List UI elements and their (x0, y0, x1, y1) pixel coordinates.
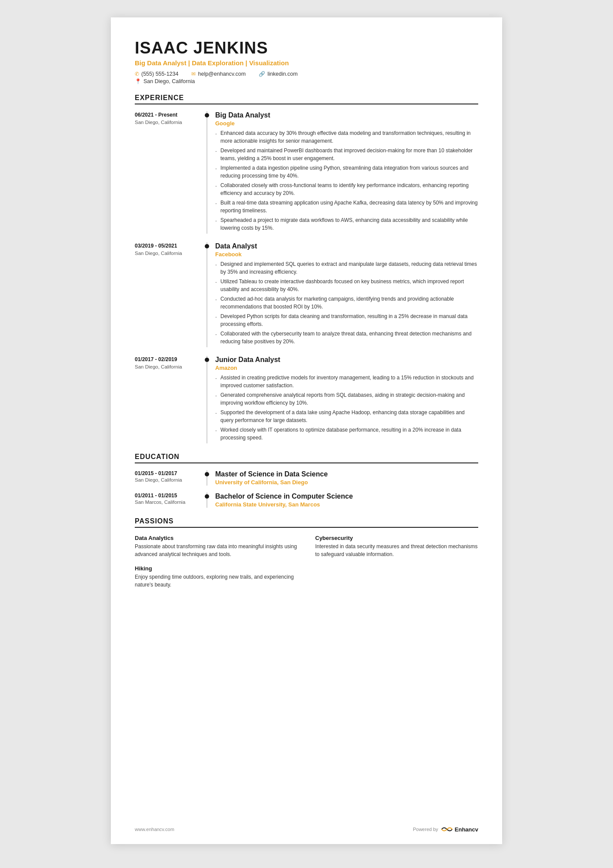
edu-location-masters: San Diego, California (135, 477, 198, 483)
passion-title-cybersecurity: Cybersecurity (315, 535, 478, 541)
edu-school-masters: University of California, San Diego (215, 479, 478, 486)
footer-url: www.enhancv.com (135, 827, 174, 832)
exp-left-google: 06/2021 - Present San Diego, California (135, 111, 207, 234)
experience-item-amazon: 01/2017 - 02/2019 San Diego, California … (135, 356, 478, 443)
exp-location-google: San Diego, California (135, 120, 198, 125)
exp-location-amazon: San Diego, California (135, 364, 198, 369)
exp-role-google: Big Data Analyst (215, 111, 478, 119)
location-value: San Diego, California (143, 78, 195, 84)
bullet-item: Collaborated with the cybersecurity team… (215, 330, 478, 345)
exp-role-facebook: Data Analyst (215, 242, 478, 250)
exp-right-google: Big Data Analyst Google Enhanced data ac… (207, 111, 478, 234)
exp-right-facebook: Data Analyst Facebook Designed and imple… (207, 242, 478, 347)
bullet-item: Developed Python scripts for data cleani… (215, 312, 478, 328)
exp-left-amazon: 01/2017 - 02/2019 San Diego, California (135, 356, 207, 443)
bullet-item: Built a real-time data streaming applica… (215, 199, 478, 214)
bullet-item: Implemented a data ingestion pipeline us… (215, 164, 478, 180)
linkedin-icon: 🔗 (259, 71, 265, 77)
bullet-item: Collaborated closely with cross-function… (215, 181, 478, 197)
education-section-title: EDUCATION (135, 453, 478, 463)
experience-item-facebook: 03/2019 - 05/2021 San Diego, California … (135, 242, 478, 347)
bullet-item: Generated comprehensive analytical repor… (215, 391, 478, 407)
exp-bullets-amazon: Assisted in creating predictive models f… (215, 374, 478, 442)
experience-section: EXPERIENCE 06/2021 - Present San Diego, … (135, 94, 478, 443)
passion-desc-hiking: Enjoy spending time outdoors, exploring … (135, 573, 298, 589)
exp-dot-google (205, 113, 209, 117)
enhancv-logo-svg (441, 825, 453, 833)
edu-degree-masters: Master of Science in Data Science (215, 470, 478, 478)
bullet-item: Assisted in creating predictive models f… (215, 374, 478, 389)
contact-row: ✆ (555) 555-1234 ✉ help@enhancv.com 🔗 li… (135, 71, 478, 77)
exp-date-facebook: 03/2019 - 05/2021 (135, 242, 198, 250)
candidate-name: ISAAC JENKINS (135, 39, 478, 57)
exp-left-facebook: 03/2019 - 05/2021 San Diego, California (135, 242, 207, 347)
footer-brand: Powered by Enhancv (413, 825, 478, 833)
edu-date-bachelors: 01/2011 - 01/2015 (135, 493, 198, 499)
passion-item-hiking: Hiking Enjoy spending time outdoors, exp… (135, 565, 298, 589)
edu-right-masters: Master of Science in Data Science Univer… (207, 470, 478, 486)
footer: www.enhancv.com Powered by Enhancv (135, 825, 478, 833)
phone-contact: ✆ (555) 555-1234 (135, 71, 178, 77)
exp-date-amazon: 01/2017 - 02/2019 (135, 356, 198, 363)
passion-title-hiking: Hiking (135, 565, 298, 572)
exp-right-amazon: Junior Data Analyst Amazon Assisted in c… (207, 356, 478, 443)
location-row: 📍 San Diego, California (135, 78, 478, 84)
education-item-bachelors: 01/2011 - 01/2015 San Marcos, California… (135, 493, 478, 508)
email-icon: ✉ (191, 71, 196, 77)
education-item-masters: 01/2015 - 01/2017 San Diego, California … (135, 470, 478, 486)
bullet-item: Utilized Tableau to create interactive d… (215, 278, 478, 293)
bullet-item: Spearheaded a project to migrate data wo… (215, 216, 478, 232)
footer-logo: Enhancv (441, 825, 478, 833)
bullet-item: Enhanced data accuracy by 30% through ef… (215, 129, 478, 145)
phone-value: (555) 555-1234 (141, 71, 178, 77)
edu-degree-bachelors: Bachelor of Science in Computer Science (215, 493, 478, 500)
header: ISAAC JENKINS Big Data Analyst | Data Ex… (135, 39, 478, 84)
resume-page: ISAAC JENKINS Big Data Analyst | Data Ex… (111, 17, 502, 844)
exp-bullets-facebook: Designed and implemented SQL queries to … (215, 260, 478, 345)
exp-location-facebook: San Diego, California (135, 251, 198, 256)
bullet-item: Designed and implemented SQL queries to … (215, 260, 478, 276)
passion-desc-cybersecurity: Interested in data security measures and… (315, 543, 478, 558)
edu-right-bachelors: Bachelor of Science in Computer Science … (207, 493, 478, 508)
powered-by-label: Powered by (413, 827, 438, 832)
email-value: help@enhancv.com (198, 71, 246, 77)
exp-dot-amazon (205, 358, 209, 362)
edu-left-bachelors: 01/2011 - 01/2015 San Marcos, California (135, 493, 207, 508)
enhancv-brand-name: Enhancv (455, 826, 478, 833)
passions-grid: Data Analytics Passionate about transfor… (135, 535, 478, 589)
education-section: EDUCATION 01/2015 - 01/2017 San Diego, C… (135, 453, 478, 508)
experience-item-google: 06/2021 - Present San Diego, California … (135, 111, 478, 234)
passions-section-title: PASSIONS (135, 517, 478, 528)
experience-section-title: EXPERIENCE (135, 94, 478, 104)
passion-title-analytics: Data Analytics (135, 535, 298, 541)
exp-company-google: Google (215, 120, 478, 127)
bullet-item: Developed and maintained PowerBI dashboa… (215, 147, 478, 162)
exp-company-amazon: Amazon (215, 365, 478, 371)
edu-left-masters: 01/2015 - 01/2017 San Diego, California (135, 470, 207, 486)
exp-dot-facebook (205, 244, 209, 248)
location-icon: 📍 (135, 78, 141, 84)
exp-date-google: 06/2021 - Present (135, 111, 198, 119)
bullet-item: Supported the development of a data lake… (215, 409, 478, 424)
bullet-item: Conducted ad-hoc data analysis for marke… (215, 295, 478, 311)
exp-bullets-google: Enhanced data accuracy by 30% through ef… (215, 129, 478, 232)
linkedin-value: linkedin.com (267, 71, 297, 77)
email-contact: ✉ help@enhancv.com (191, 71, 246, 77)
edu-location-bachelors: San Marcos, California (135, 499, 198, 505)
edu-date-masters: 01/2015 - 01/2017 (135, 470, 198, 476)
exp-role-amazon: Junior Data Analyst (215, 356, 478, 364)
edu-dot-masters (205, 472, 209, 476)
passion-item-analytics: Data Analytics Passionate about transfor… (135, 535, 298, 558)
passion-desc-analytics: Passionate about transforming raw data i… (135, 543, 298, 558)
passions-section: PASSIONS Data Analytics Passionate about… (135, 517, 478, 589)
edu-dot-bachelors (205, 494, 209, 499)
edu-school-bachelors: California State University, San Marcos (215, 501, 478, 508)
candidate-title: Big Data Analyst | Data Exploration | Vi… (135, 59, 478, 67)
phone-icon: ✆ (135, 71, 139, 77)
exp-company-facebook: Facebook (215, 251, 478, 258)
bullet-item: Worked closely with IT operations to opt… (215, 426, 478, 442)
linkedin-contact: 🔗 linkedin.com (259, 71, 297, 77)
passion-item-cybersecurity: Cybersecurity Interested in data securit… (315, 535, 478, 558)
